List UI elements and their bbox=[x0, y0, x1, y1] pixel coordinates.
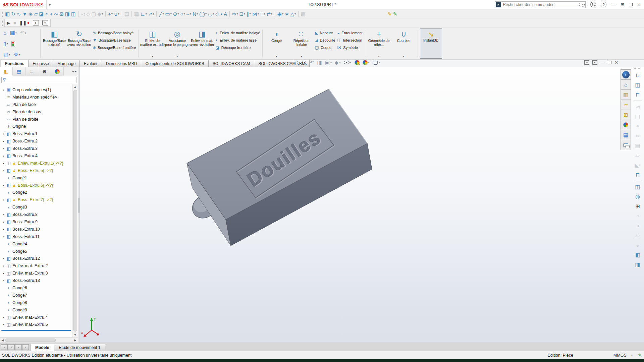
tab-fonctions[interactable]: Fonctions bbox=[1, 60, 29, 67]
expand-arrow-icon[interactable]: ▸ bbox=[1, 220, 6, 224]
tree-item[interactable]: ▸◧Boss.-Extru.12 bbox=[1, 255, 71, 262]
tab-file-explorer[interactable]: ▱ bbox=[621, 100, 631, 110]
lofted-cut-button[interactable]: ◗Enlèv. de matière lissé bbox=[215, 37, 260, 43]
rip-icon[interactable]: ◨ bbox=[632, 260, 643, 269]
circle-icon[interactable]: ○▾ bbox=[179, 10, 185, 17]
dropdown-caret-icon[interactable]: ▾ bbox=[176, 55, 178, 58]
scroll-up-icon[interactable]: ▲ bbox=[74, 84, 77, 89]
lofted-boss-button[interactable]: ▼Bossage/Base lissé bbox=[93, 37, 136, 43]
pause-record-icon[interactable]: ❚❚● bbox=[19, 20, 30, 25]
tree-item[interactable]: ▸◧▲Boss.-Extru.5{ ->?} bbox=[1, 167, 71, 174]
close-icon[interactable]: × bbox=[637, 2, 641, 7]
arc-icon[interactable]: ⌢▾ bbox=[185, 10, 192, 17]
combine-icon[interactable]: ◇ bbox=[86, 10, 91, 17]
view-orientation-icon[interactable]: ▣▾ bbox=[325, 60, 332, 65]
expand-arrow-icon[interactable]: ▸ bbox=[1, 147, 6, 150]
macro-toolbar-grip[interactable] bbox=[2, 20, 3, 26]
new-document-button[interactable]: ▯▾ bbox=[3, 41, 8, 47]
tree-item[interactable]: ▸◫▲Enlèv. mat.-Extru.1{ ->?} bbox=[1, 160, 71, 167]
polygon-icon[interactable]: ◇ bbox=[215, 10, 220, 17]
home-button[interactable]: ⌂ bbox=[3, 30, 7, 36]
dropdown-caret-icon[interactable]: ▾ bbox=[350, 61, 352, 64]
rib-button[interactable]: ◣Nervure bbox=[315, 30, 335, 36]
tree-item[interactable]: ▸◫Enlèv. mat.-Extru.3 bbox=[1, 269, 71, 277]
dropdown-caret-icon[interactable]: ▾ bbox=[378, 55, 380, 58]
edge-flange-icon[interactable]: ◅ bbox=[632, 102, 643, 112]
revolved-boss-icon[interactable]: ↻ bbox=[10, 10, 16, 17]
search-caret-icon[interactable]: ▾ bbox=[584, 3, 585, 6]
tab-view-palette[interactable]: ⊞ bbox=[621, 110, 631, 120]
dropdown-caret-icon[interactable]: ▾ bbox=[276, 55, 277, 58]
tree-item[interactable]: ▸◧Boss.-Extru.8 bbox=[1, 211, 71, 218]
line-icon[interactable]: ╱▾ bbox=[158, 10, 164, 17]
panel-scroll-left-icon[interactable]: ◂ bbox=[72, 70, 74, 73]
zoom-area-icon[interactable] bbox=[302, 61, 307, 64]
tree-item[interactable]: ◖Congé2 bbox=[1, 189, 71, 196]
expand-arrow-icon[interactable]: ▸ bbox=[1, 272, 6, 275]
tree-item[interactable]: ◖Congé9 bbox=[1, 306, 71, 314]
move-entities-icon[interactable]: ⇄▾ bbox=[266, 10, 273, 17]
dropdown-caret-icon[interactable]: ▾ bbox=[183, 12, 185, 15]
tree-item[interactable]: ▱Plan de face bbox=[1, 101, 71, 108]
tab-mod-le[interactable]: Modèle bbox=[30, 344, 54, 351]
drawing-sheet-icon[interactable]: ▤ bbox=[124, 10, 130, 17]
hscroll-thumb[interactable] bbox=[5, 339, 56, 342]
move-face-icon[interactable]: ◅ bbox=[80, 10, 86, 17]
expand-arrow-icon[interactable]: ▸ bbox=[1, 323, 6, 326]
expand-arrow-icon[interactable]: ▸ bbox=[1, 198, 6, 201]
command-search[interactable]: ▸ ▾ bbox=[495, 1, 586, 8]
zoom-fit-icon[interactable] bbox=[294, 61, 299, 64]
dome-icon[interactable]: ◓ bbox=[44, 10, 49, 17]
knit-surface-icon[interactable]: ◪ bbox=[38, 10, 44, 17]
sketched-bend-icon[interactable]: ▤ bbox=[632, 141, 643, 150]
tab-appearances[interactable] bbox=[621, 120, 631, 130]
flatten-icon[interactable]: ▱ bbox=[632, 231, 643, 240]
quick-snaps-icon[interactable]: △▾ bbox=[289, 10, 297, 17]
convert-entities-icon[interactable]: ⊡▾ bbox=[239, 10, 246, 17]
shell-button[interactable]: ▢Coque bbox=[315, 45, 335, 50]
curves-icon[interactable]: ∪▾ bbox=[113, 10, 120, 17]
repair-sketch-icon[interactable]: ∗ bbox=[284, 10, 290, 17]
tab-propertymanager[interactable]: ▤ bbox=[13, 67, 25, 76]
options-button[interactable]: ⚙▾ bbox=[13, 52, 20, 57]
previous-view-icon[interactable]: ↶ bbox=[310, 60, 314, 65]
replace-face-icon[interactable]: ◨ bbox=[64, 10, 70, 17]
dropdown-caret-icon[interactable]: ▾ bbox=[282, 12, 283, 15]
dropdown-caret-icon[interactable]: ▾ bbox=[294, 12, 296, 15]
dropdown-caret-icon[interactable]: ▾ bbox=[301, 55, 302, 58]
wrap-feature-button[interactable]: ◒Enroulement bbox=[337, 30, 362, 36]
next-window-icon[interactable]: ▸ bbox=[592, 60, 597, 65]
step-back-icon[interactable]: ‹ bbox=[8, 344, 15, 350]
expand-arrow-icon[interactable]: ▸ bbox=[1, 257, 6, 260]
tree-item[interactable]: ◖Congé7 bbox=[1, 292, 71, 299]
extruded-cut-thin-icon[interactable]: ◫ bbox=[632, 182, 643, 192]
apply-scene-icon[interactable]: ▾ bbox=[363, 60, 370, 65]
expand-arrow-icon[interactable]: ▸ bbox=[1, 139, 6, 143]
tree-item[interactable]: ▸◧Boss.-Extru.11 bbox=[1, 233, 71, 240]
no-bends-icon[interactable]: ◒ bbox=[632, 240, 643, 250]
tree-horizontal-scrollbar[interactable]: ◀ ▶ bbox=[0, 337, 78, 343]
sketch-fillet-icon[interactable]: ◡▾ bbox=[207, 10, 215, 17]
pattern-grid-icon[interactable]: ⊞ bbox=[632, 201, 643, 211]
menu-expand-arrow-icon[interactable]: ▸ bbox=[47, 2, 54, 7]
spline-icon[interactable]: N▾ bbox=[192, 10, 199, 17]
swept-boss-icon[interactable]: ∿ bbox=[16, 10, 22, 17]
panes-toggle-icon[interactable]: ⊞ bbox=[621, 2, 624, 7]
instant3d-button[interactable]: ↘Instant3D bbox=[420, 28, 442, 59]
tab-configurationmanager[interactable]: ≣ bbox=[25, 67, 38, 76]
stop-macro-icon[interactable]: ■ bbox=[13, 20, 16, 25]
sketch-picture-icon[interactable]: ▨ bbox=[300, 10, 306, 17]
expand-arrow-icon[interactable]: ▸ bbox=[1, 316, 6, 319]
help-icon[interactable]: ? bbox=[601, 2, 606, 7]
dropdown-caret-icon[interactable]: ▾ bbox=[379, 61, 380, 64]
dropdown-caret-icon[interactable]: ▾ bbox=[213, 12, 214, 15]
edit-appearance-pencil-icon[interactable]: ✎ bbox=[387, 10, 392, 17]
revolved-cut-button[interactable]: ◨Enlèv. de mat. avec révolution bbox=[190, 28, 214, 59]
expand-arrow-icon[interactable]: ▸ bbox=[1, 88, 6, 92]
dropdown-caret-icon[interactable]: ▾ bbox=[152, 55, 153, 58]
hole-wizard-button[interactable]: ◎Assistance pour le perçage▾ bbox=[165, 28, 190, 59]
insert-bends-icon[interactable]: ◧ bbox=[632, 250, 643, 260]
tree-item[interactable]: ◖Congé4 bbox=[1, 240, 71, 248]
tree-item[interactable]: ≡Matériau <non spécifié> bbox=[1, 94, 71, 101]
dropdown-caret-icon[interactable]: ▾ bbox=[339, 61, 341, 64]
